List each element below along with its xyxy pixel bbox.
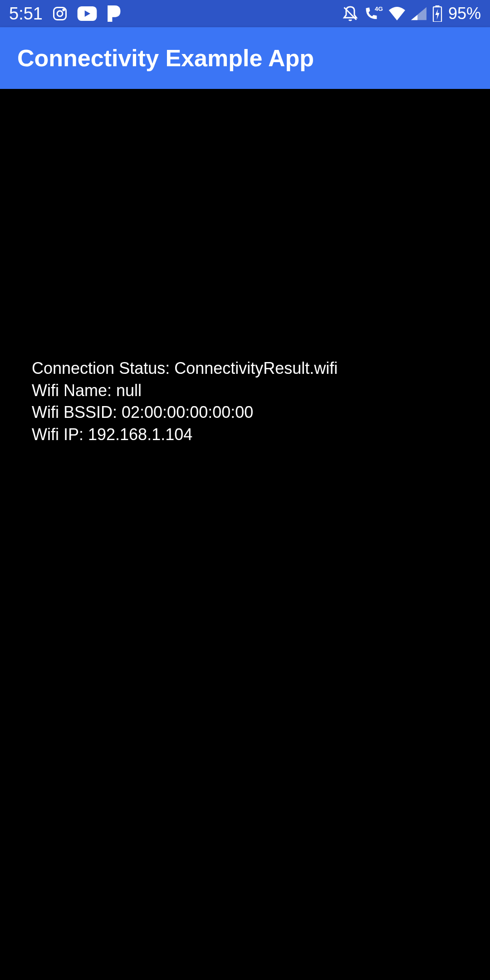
app-bar-title: Connectivity Example App	[17, 44, 314, 72]
connection-status-value: ConnectivityResult.wifi	[174, 359, 338, 377]
wifi-name-value: null	[116, 381, 142, 400]
4g-call-icon: 4G	[364, 5, 383, 22]
instagram-icon	[52, 5, 68, 22]
svg-rect-7	[435, 5, 439, 7]
status-time: 5:51	[9, 4, 43, 24]
wifi-ip-line: Wifi IP: 192.168.1.104	[32, 424, 338, 446]
do-not-disturb-icon	[342, 5, 358, 22]
connection-status-line: Connection Status: ConnectivityResult.wi…	[32, 358, 338, 380]
wifi-bssid-label: Wifi BSSID:	[32, 403, 122, 421]
wifi-name-line: Wifi Name: null	[32, 380, 338, 402]
battery-percentage: 95%	[448, 4, 481, 23]
svg-point-2	[63, 9, 64, 10]
wifi-icon	[388, 7, 406, 20]
app-bar: Connectivity Example App	[0, 27, 490, 89]
svg-point-1	[57, 11, 63, 16]
status-bar: 5:51	[0, 0, 490, 27]
wifi-ip-value: 192.168.1.104	[88, 425, 192, 444]
connection-status-label: Connection Status:	[32, 359, 174, 377]
wifi-bssid-line: Wifi BSSID: 02:00:00:00:00:00	[32, 402, 338, 424]
status-bar-left: 5:51	[9, 4, 121, 24]
pandora-icon	[106, 5, 121, 22]
wifi-name-label: Wifi Name:	[32, 381, 116, 400]
battery-charging-icon	[432, 5, 443, 22]
status-bar-right: 4G 95%	[342, 4, 481, 23]
wifi-bssid-value: 02:00:00:00:00:00	[122, 403, 253, 421]
svg-text:4G: 4G	[375, 5, 383, 12]
wifi-ip-label: Wifi IP:	[32, 425, 88, 444]
signal-icon	[411, 7, 426, 20]
youtube-icon	[77, 6, 97, 21]
main-content: Connection Status: ConnectivityResult.wi…	[0, 89, 490, 980]
connectivity-info: Connection Status: ConnectivityResult.wi…	[32, 358, 338, 446]
